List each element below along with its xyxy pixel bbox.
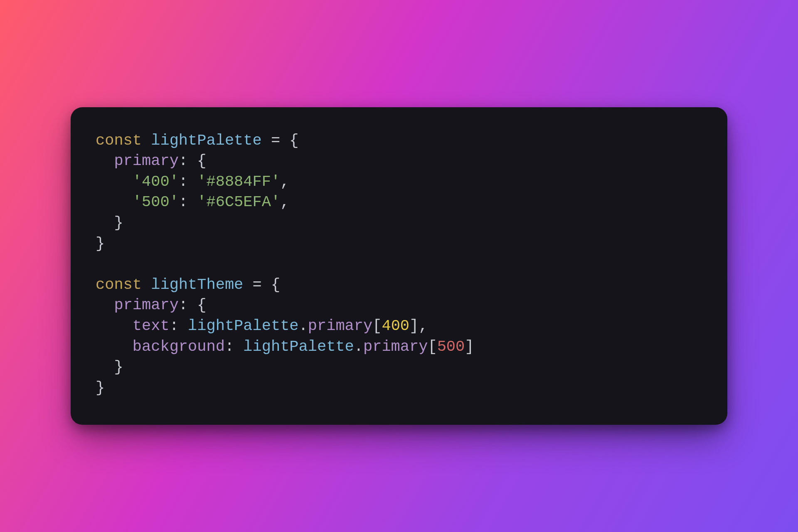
colon: :: [179, 152, 188, 170]
brace-close: }: [114, 214, 123, 232]
comma: ,: [419, 317, 428, 335]
value-8884FF: '#8884FF': [197, 173, 280, 190]
key-400: '400': [133, 173, 179, 190]
space: [188, 173, 197, 190]
brace-close: }: [96, 379, 105, 397]
space: [142, 132, 151, 149]
key-500: '500': [133, 193, 179, 211]
indent: [96, 338, 133, 355]
colon: :: [179, 296, 188, 314]
indent: [96, 317, 133, 335]
space: [262, 276, 271, 293]
equals: =: [271, 132, 280, 149]
comma: ,: [280, 193, 289, 211]
space: [142, 276, 151, 293]
index-500: 500: [437, 338, 465, 355]
identifier-lightTheme: lightTheme: [151, 276, 243, 293]
code-block: const lightPalette = { primary: { '400':…: [96, 131, 702, 399]
bracket-close: ]: [409, 317, 419, 335]
brace-open: {: [271, 276, 280, 293]
indent: [96, 193, 133, 211]
equals: =: [253, 276, 262, 293]
bracket-open: [: [372, 317, 382, 335]
space: [262, 132, 271, 149]
space: [243, 276, 252, 293]
indent: [96, 358, 114, 376]
brace-close: }: [114, 358, 123, 376]
dot: .: [299, 317, 308, 335]
bracket-close: ]: [465, 338, 474, 355]
prop-text: text: [133, 317, 170, 335]
ref-primary: primary: [308, 317, 372, 335]
brace-open: {: [197, 296, 206, 314]
indent: [96, 214, 114, 232]
space: [188, 193, 197, 211]
brace-open: {: [289, 132, 298, 149]
prop-primary: primary: [114, 296, 178, 314]
index-400: 400: [382, 317, 409, 335]
indent: [96, 152, 114, 170]
identifier-lightPalette: lightPalette: [151, 132, 261, 149]
keyword-const: const: [96, 132, 142, 149]
ref-lightPalette: lightPalette: [243, 338, 354, 355]
space: [188, 296, 197, 314]
dot: .: [354, 338, 363, 355]
indent: [96, 173, 133, 190]
colon: :: [225, 338, 234, 355]
space: [188, 152, 197, 170]
space: [234, 338, 243, 355]
colon: :: [179, 193, 188, 211]
indent: [96, 296, 114, 314]
space: [179, 317, 188, 335]
space: [280, 132, 289, 149]
comma: ,: [280, 173, 289, 190]
keyword-const: const: [96, 276, 142, 293]
colon: :: [170, 317, 179, 335]
prop-primary: primary: [114, 152, 178, 170]
code-card: const lightPalette = { primary: { '400':…: [71, 107, 727, 425]
colon: :: [179, 173, 188, 190]
ref-primary: primary: [363, 338, 428, 355]
brace-close: }: [96, 235, 105, 252]
prop-background: background: [133, 338, 225, 355]
bracket-open: [: [428, 338, 437, 355]
brace-open: {: [197, 152, 206, 170]
ref-lightPalette: lightPalette: [188, 317, 298, 335]
value-6C5EFA: '#6C5EFA': [197, 193, 280, 211]
